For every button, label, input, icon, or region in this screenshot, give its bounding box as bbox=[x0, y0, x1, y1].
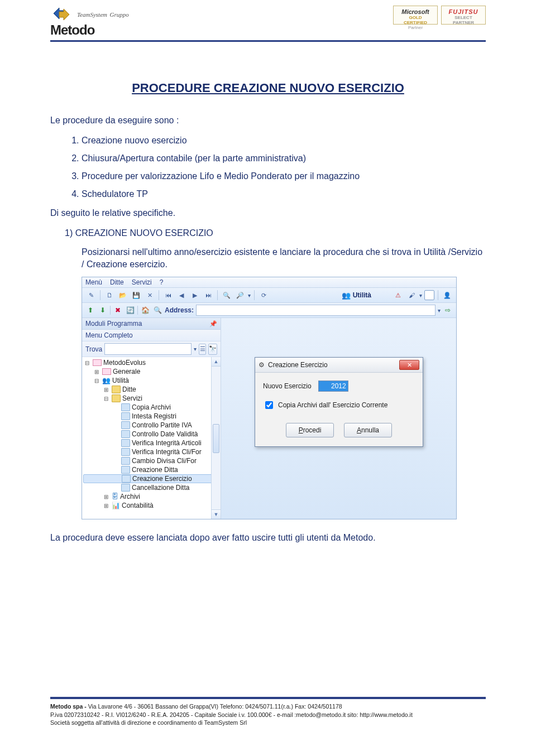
sidebar-header: Moduli Programma 📌 bbox=[82, 318, 221, 330]
menu-completo-row[interactable]: Menu Completo bbox=[82, 330, 221, 341]
nuovo-esercizio-label: Nuovo Esercizio bbox=[263, 382, 312, 390]
followup-text: Di seguito le relative specifiche. bbox=[50, 208, 486, 218]
annulla-button[interactable]: Annulla bbox=[344, 423, 392, 437]
tree-item-copia-archivi[interactable]: Copia Archivi bbox=[83, 403, 219, 412]
next-icon[interactable]: ▶ bbox=[189, 290, 200, 301]
user-icon[interactable]: 👤 bbox=[442, 290, 453, 301]
warn-icon[interactable]: ⚠ bbox=[393, 290, 404, 301]
scroll-thumb[interactable] bbox=[213, 424, 219, 453]
toolbar-main: ✎ 🗋 📂 💾 ✕ ⏮ ◀ ▶ ⏭ 🔍 🔎 ▾ ⟳ 👥 Utilità ⚠ 🖌 bbox=[82, 288, 456, 303]
document-title: PROCEDURE CREAZIONE NUOVO ESERCIZIO bbox=[50, 81, 486, 95]
dropdown2-icon[interactable]: ▾ bbox=[419, 292, 422, 298]
first-icon[interactable]: ⏮ bbox=[162, 290, 174, 301]
delete-icon[interactable]: ✕ bbox=[144, 290, 155, 301]
tree-item-cancellazione-ditta[interactable]: Cancellazione Ditta bbox=[83, 483, 219, 492]
scroll-up-icon[interactable]: ▲ bbox=[212, 357, 221, 367]
item-icon bbox=[121, 448, 130, 456]
item-icon bbox=[121, 403, 130, 411]
reload-icon[interactable]: 🔄 bbox=[125, 305, 135, 315]
page-footer: Metodo spa - Via Lavarone 4/6 - 36061 Ba… bbox=[50, 697, 486, 726]
globe-icon[interactable]: 🔍 bbox=[152, 305, 162, 315]
zoom-plus-icon[interactable]: 🔎 bbox=[234, 290, 246, 301]
tree-servizi[interactable]: ⊟Servizi bbox=[83, 394, 219, 403]
filter-icon[interactable]: ☰ bbox=[199, 344, 206, 355]
folder-icon bbox=[112, 394, 121, 402]
logo-arrows-icon bbox=[50, 6, 73, 22]
post-screenshot-text: La procedura deve essere lanciata dopo a… bbox=[50, 533, 486, 543]
tree-item-intesta-registri[interactable]: Intesta Registri bbox=[83, 412, 219, 421]
root-icon bbox=[93, 359, 102, 366]
dialog-close-button[interactable]: ✕ bbox=[399, 360, 419, 370]
tree-generale[interactable]: ⊞Generale bbox=[83, 367, 219, 376]
refresh-icon[interactable]: ⟳ bbox=[258, 290, 269, 301]
prev-icon[interactable]: ◀ bbox=[176, 290, 187, 301]
menu-ditte[interactable]: Ditte bbox=[110, 278, 124, 286]
up-arrow-icon[interactable]: ⬆ bbox=[85, 305, 95, 315]
tree-view: ⊟MetodoEvolus ⊞Generale ⊟👥Utilità ⊞Ditte… bbox=[82, 357, 221, 519]
home-icon[interactable]: 🏠 bbox=[140, 305, 150, 315]
content-area: ⚙ Creazione Esercizio ✕ Nuovo Esercizio … bbox=[221, 318, 456, 519]
brand-name: Metodo bbox=[50, 22, 129, 38]
trova-dropdown-icon[interactable]: ▾ bbox=[194, 346, 197, 352]
scroll-down-icon[interactable]: ▼ bbox=[212, 509, 221, 519]
utilita-button[interactable]: 👥 Utilità bbox=[342, 291, 371, 300]
nuovo-esercizio-input[interactable] bbox=[318, 381, 348, 392]
open-icon[interactable]: 📂 bbox=[117, 290, 128, 301]
last-icon[interactable]: ⏭ bbox=[203, 290, 214, 301]
menu-servizi[interactable]: Servizi bbox=[132, 278, 152, 286]
tree-contabilita[interactable]: ⊞📊Contabilità bbox=[83, 501, 219, 510]
dialog-title: Creazione Esercizio bbox=[268, 361, 328, 369]
copia-archivi-label: Copia Archivi dall' Esercizio Corrente bbox=[278, 401, 387, 409]
step-2: Chiusura/Apertura contabile (per la part… bbox=[82, 153, 486, 163]
binoculars-icon[interactable]: 🔭 bbox=[208, 344, 217, 355]
tree-root[interactable]: ⊟MetodoEvolus bbox=[83, 358, 219, 367]
tree-item-cambio-divisa[interactable]: Cambio Divisa Cli/For bbox=[83, 456, 219, 465]
dropdown-icon[interactable]: ▾ bbox=[248, 292, 251, 298]
new-button[interactable]: ✎ bbox=[85, 290, 97, 301]
tree-item-verifica-clifor[interactable]: Verifica Integrità Cli/For bbox=[83, 447, 219, 456]
tree-ditte[interactable]: ⊞Ditte bbox=[83, 385, 219, 394]
square-icon[interactable] bbox=[424, 290, 434, 300]
tree-scrollbar[interactable]: ▲ ▼ bbox=[211, 357, 221, 519]
addr-dropdown-icon[interactable]: ▾ bbox=[438, 307, 441, 314]
tree-item-creazione-esercizio[interactable]: Creazione Esercizio bbox=[83, 474, 219, 483]
stop-icon[interactable]: ✖ bbox=[113, 305, 123, 315]
procedi-button[interactable]: Procedi bbox=[286, 423, 334, 437]
zoom-icon[interactable]: 🔍 bbox=[221, 290, 232, 301]
item-icon bbox=[121, 466, 130, 474]
sidebar: Moduli Programma 📌 Menu Completo Trova ▾… bbox=[82, 318, 221, 519]
doc-new-icon[interactable]: 🗋 bbox=[104, 290, 115, 301]
logo-block: TeamSystem Gruppo Metodo bbox=[50, 6, 129, 38]
section1-body: Posizionarsi nell'ultimo anno/esercizio … bbox=[82, 246, 486, 270]
teamsystem-label: TeamSystem bbox=[77, 11, 107, 18]
copia-archivi-checkbox[interactable] bbox=[265, 401, 273, 409]
page-header: TeamSystem Gruppo Metodo Microsoft GOLD … bbox=[50, 6, 486, 42]
tool-icon[interactable]: 🖌 bbox=[406, 290, 417, 301]
branch-icon bbox=[102, 368, 111, 375]
tree-utilita[interactable]: ⊟👥Utilità bbox=[83, 376, 219, 385]
menu-menu[interactable]: Menù bbox=[85, 278, 102, 286]
address-input[interactable] bbox=[196, 305, 436, 316]
address-bar: ⬆ ⬇ ✖ 🔄 🏠 🔍 Address: ▾ ⇨ bbox=[82, 303, 456, 318]
item-icon bbox=[121, 430, 130, 438]
tree-archivi[interactable]: ⊞🗄Archivi bbox=[83, 492, 219, 501]
save-icon[interactable]: 💾 bbox=[131, 290, 142, 301]
menu-help[interactable]: ? bbox=[160, 278, 164, 286]
creazione-esercizio-dialog: ⚙ Creazione Esercizio ✕ Nuovo Esercizio … bbox=[255, 357, 423, 447]
item-icon bbox=[121, 421, 130, 429]
address-label: Address: bbox=[165, 306, 194, 314]
section1-title: 1) CREAZIONE NUOVO ESERCIZIO bbox=[65, 228, 486, 238]
steps-list: Creazione nuovo esercizio Chiusura/Apert… bbox=[50, 136, 486, 199]
partner-badges: Microsoft GOLD CERTIFIED Partner FUJITSU… bbox=[393, 6, 486, 25]
tree-item-controllo-iva[interactable]: Controllo Partite IVA bbox=[83, 421, 219, 430]
tree-item-verifica-articoli[interactable]: Verifica Integrità Articoli bbox=[83, 439, 219, 447]
pin-icon[interactable]: 📌 bbox=[209, 320, 217, 328]
go-icon[interactable]: ⇨ bbox=[443, 305, 453, 315]
item-icon bbox=[121, 412, 130, 420]
tree-item-creazione-ditta[interactable]: Creazione Ditta bbox=[83, 465, 219, 474]
step-1: Creazione nuovo esercizio bbox=[82, 136, 486, 146]
tree-item-controllo-date[interactable]: Controllo Date Validità bbox=[83, 430, 219, 439]
trova-input[interactable] bbox=[104, 343, 192, 355]
app-screenshot: Menù Ditte Servizi ? ✎ 🗋 📂 💾 ✕ ⏮ ◀ ▶ ⏭ 🔍… bbox=[82, 277, 457, 519]
down-arrow-icon[interactable]: ⬇ bbox=[98, 305, 108, 315]
